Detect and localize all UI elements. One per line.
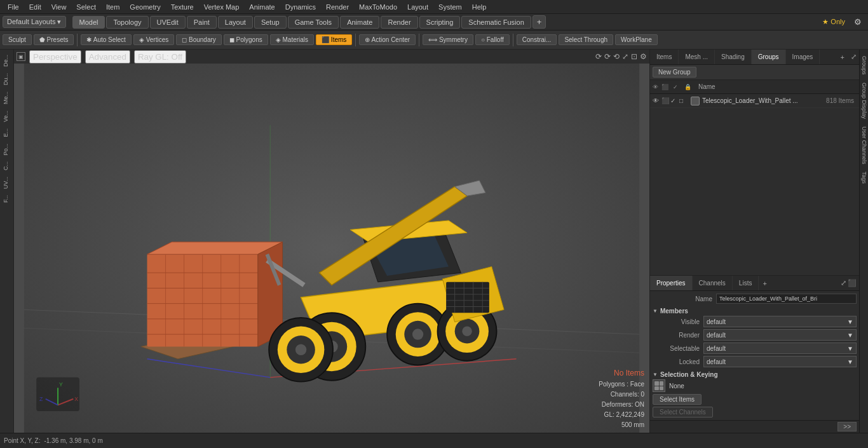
viewport-toggle[interactable]: ▣	[17, 52, 25, 61]
layout-dropdown[interactable]: Default Layouts ▾	[3, 16, 66, 28]
menu-edit[interactable]: Edit	[24, 2, 46, 12]
groups-list-item-1[interactable]: 👁 ⬛ ✓ □ Telescopic_Loader_With_Pallet ..…	[650, 94, 859, 108]
presets-button[interactable]: ⬟ Presets	[34, 34, 74, 45]
menu-file[interactable]: File	[3, 2, 24, 12]
advanced-button[interactable]: Advanced	[85, 50, 130, 64]
tab-groups[interactable]: Groups	[752, 50, 786, 64]
panel-expand-button[interactable]: >>	[837, 422, 857, 431]
tab-items[interactable]: Items	[650, 50, 679, 64]
menu-render[interactable]: Render	[321, 2, 354, 12]
viewport-icon-1[interactable]: ⟳	[595, 52, 602, 61]
layout-tab-model[interactable]: Model	[72, 16, 105, 29]
layout-tab-uvedit[interactable]: UVEdit	[150, 16, 186, 29]
groups-list[interactable]: 👁 ⬛ ✓ □ Telescopic_Loader_With_Pallet ..…	[650, 94, 859, 275]
menu-animate[interactable]: Animate	[244, 2, 280, 12]
menu-view[interactable]: View	[46, 2, 72, 12]
prop-name-input[interactable]	[716, 294, 857, 304]
props-tab-properties[interactable]: Properties	[650, 276, 693, 290]
right-vtab-user-channels[interactable]: User Channels	[860, 123, 868, 168]
render-dropdown[interactable]: default ▼	[703, 329, 857, 341]
menu-layout[interactable]: Layout	[402, 2, 433, 12]
sidebar-tab-e[interactable]: E...	[1, 126, 13, 140]
sidebar-tab-du[interactable]: Du...	[1, 71, 13, 88]
menu-texture[interactable]: Texture	[166, 2, 199, 12]
tab-images[interactable]: Images	[786, 50, 820, 64]
sidebar-tab-po[interactable]: Po...	[1, 141, 13, 158]
layout-tab-schematic[interactable]: Schematic Fusion	[461, 16, 531, 29]
sel-keying-row: None	[653, 379, 857, 392]
sidebar-tab-f[interactable]: F...	[1, 193, 13, 205]
sidebar-tab-uv[interactable]: UV...	[1, 174, 13, 191]
menu-select[interactable]: Select	[71, 2, 101, 12]
props-icon-2[interactable]: ⬛	[848, 279, 857, 287]
perspective-button[interactable]: Perspective	[29, 50, 81, 64]
viewport-icon-5[interactable]: ⊡	[631, 52, 637, 61]
auto-select-button[interactable]: ✱ Auto Select	[81, 34, 131, 45]
symmetry-button[interactable]: ⟺ Symmetry	[423, 34, 473, 45]
viewport[interactable]: ▣ Perspective Advanced Ray GL: Off ⟳ ⟳ ⟲…	[14, 50, 649, 433]
tab-shading[interactable]: Shading	[715, 50, 752, 64]
right-vtab-groups[interactable]: Groups	[860, 52, 868, 79]
members-triangle[interactable]: ▼	[653, 308, 658, 314]
selectable-dropdown[interactable]: default ▼	[703, 343, 857, 354]
layout-tab-layout[interactable]: Layout	[218, 16, 253, 29]
right-vtab-group-display[interactable]: Group Display	[860, 79, 868, 123]
toolbar-separator-1	[77, 34, 78, 46]
menu-maxtomodo[interactable]: MaxToModo	[354, 2, 402, 12]
ray-gl-button[interactable]: Ray GL: Off	[134, 50, 186, 64]
layout-tab-animate[interactable]: Animate	[340, 16, 379, 29]
menu-geometry[interactable]: Geometry	[125, 2, 165, 12]
polygons-button[interactable]: ◼ Polygons	[224, 34, 268, 45]
tab-mesh[interactable]: Mesh ...	[679, 50, 715, 64]
sidebar-tab-me[interactable]: Me...	[1, 89, 13, 107]
layout-add-tab[interactable]: +	[532, 15, 546, 29]
menu-dynamics[interactable]: Dynamics	[280, 2, 321, 12]
sculpt-button[interactable]: Sculpt	[3, 34, 32, 45]
toolbar-separator-2	[355, 34, 356, 46]
layout-tab-scripting[interactable]: Scripting	[419, 16, 461, 29]
right-vtab-tags[interactable]: Tags	[860, 168, 868, 187]
viewport-icon-3[interactable]: ⟲	[613, 52, 620, 61]
menu-help[interactable]: Help	[467, 2, 492, 12]
constraints-button[interactable]: Constrai...	[517, 34, 557, 45]
layout-tab-setup[interactable]: Setup	[254, 16, 287, 29]
locked-value: default	[707, 358, 726, 365]
action-center-button[interactable]: ⊕ Action Center	[359, 34, 416, 45]
props-tab-add[interactable]: +	[759, 278, 770, 288]
menu-system[interactable]: System	[433, 2, 467, 12]
vertices-button[interactable]: ◈ Vertices	[133, 34, 174, 45]
select-items-button[interactable]: Select Items	[653, 394, 702, 405]
col-lock: 🔒	[684, 84, 693, 90]
locked-dropdown[interactable]: default ▼	[703, 356, 857, 367]
groups-expand[interactable]: ⤢	[848, 51, 859, 62]
select-through-button[interactable]: Select Through	[559, 34, 613, 45]
menu-vertexmap[interactable]: Vertex Map	[199, 2, 245, 12]
viewport-icon-6[interactable]: ⚙	[640, 52, 647, 61]
sidebar-tab-c[interactable]: C...	[1, 159, 13, 173]
sel-keying-triangle[interactable]: ▼	[653, 372, 658, 377]
select-channels-button[interactable]: Select Channels	[653, 407, 713, 417]
visible-dropdown[interactable]: default ▼	[703, 316, 857, 327]
layout-tab-render[interactable]: Render	[381, 16, 417, 29]
menu-item[interactable]: Item	[101, 2, 125, 12]
viewport-icon-2[interactable]: ⟳	[604, 52, 611, 61]
keying-dot-1	[654, 381, 659, 386]
viewport-icon-4[interactable]: ⤢	[622, 52, 628, 61]
new-group-button[interactable]: New Group	[653, 67, 696, 78]
props-tab-channels[interactable]: Channels	[693, 276, 733, 290]
layout-tab-topology[interactable]: Topology	[106, 16, 148, 29]
boundary-button[interactable]: ◻ Boundary	[176, 34, 222, 45]
layout-tab-paint[interactable]: Paint	[187, 16, 217, 29]
materials-button[interactable]: ◈ Materials	[270, 34, 314, 45]
status-gl: GL: 2,422,249	[599, 410, 644, 420]
props-icon-1[interactable]: ⤢	[841, 279, 846, 287]
layout-gear[interactable]: ⚙	[850, 16, 865, 28]
groups-tab-add[interactable]: +	[837, 52, 848, 62]
items-button[interactable]: ⬛ Items	[316, 34, 352, 45]
sidebar-tab-ve[interactable]: Ve...	[1, 108, 13, 125]
layout-tab-gametools[interactable]: Game Tools	[288, 16, 339, 29]
props-tab-lists[interactable]: Lists	[733, 276, 759, 290]
workplane-button[interactable]: WorkPlane	[615, 34, 658, 45]
sidebar-tab-de[interactable]: De...	[1, 52, 13, 69]
falloff-button[interactable]: ○ Falloff	[475, 34, 510, 45]
